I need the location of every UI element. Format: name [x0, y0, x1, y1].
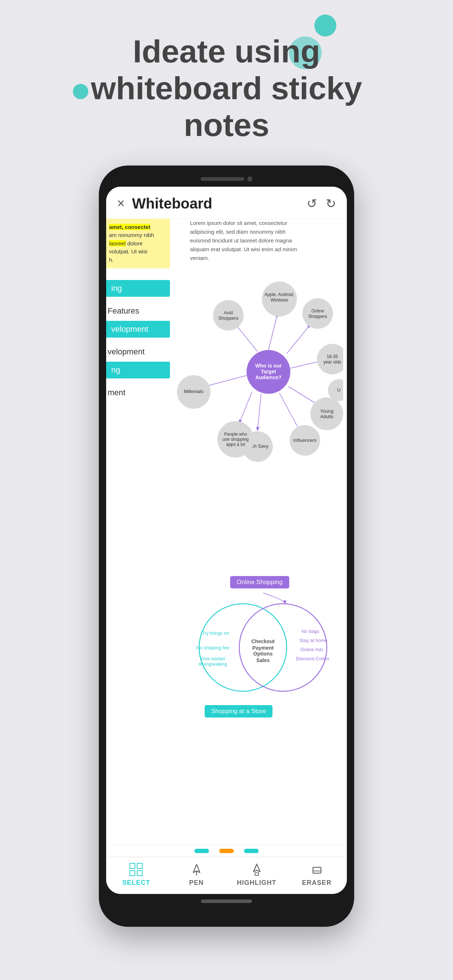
- svg-text:Checkout: Checkout: [251, 638, 274, 644]
- svg-line-29: [239, 392, 252, 423]
- svg-text:Time wasted: Time wasted: [200, 656, 225, 661]
- pen-icon: [190, 863, 204, 877]
- svg-text:driving/walking: driving/walking: [198, 662, 227, 667]
- svg-text:Shoppers: Shoppers: [308, 314, 327, 319]
- sidebar-tag-2: velopment: [106, 321, 170, 337]
- svg-line-23: [279, 393, 300, 430]
- svg-text:Target: Target: [261, 369, 276, 374]
- phone-screen: × Whiteboard ↺ ↻ amet, consectet am nonu…: [106, 187, 347, 894]
- toolbar-eraser[interactable]: ERASER: [287, 863, 347, 887]
- home-indicator: [106, 894, 347, 908]
- sidebar-tag-1: ing: [106, 280, 170, 297]
- swatch-teal2: [244, 849, 258, 853]
- svg-text:Payment: Payment: [252, 645, 274, 651]
- svg-rect-56: [255, 873, 258, 875]
- svg-text:People who: People who: [224, 432, 247, 437]
- svg-point-16: [317, 344, 343, 374]
- svg-line-34: [205, 375, 247, 387]
- svg-line-3: [236, 325, 257, 352]
- phone-camera: [247, 177, 252, 181]
- toolbar-pen[interactable]: PEN: [166, 863, 226, 887]
- svg-text:use shopping: use shopping: [222, 437, 248, 442]
- svg-text:18-35: 18-35: [327, 354, 338, 359]
- venn-label-online: Online Shopping: [230, 576, 289, 589]
- sidebar-label-3: ment: [106, 384, 170, 401]
- svg-text:Options: Options: [254, 651, 273, 657]
- svg-marker-55: [254, 864, 260, 872]
- svg-line-7: [268, 313, 278, 350]
- svg-text:Online: Online: [311, 309, 324, 313]
- svg-line-26: [257, 394, 261, 430]
- app-header: × Whiteboard ↺ ↻: [106, 187, 347, 219]
- mind-map-svg: Who is our Target Audience? Avid Shopper…: [164, 251, 343, 569]
- svg-text:year olds: year olds: [324, 360, 341, 364]
- eraser-label: ERASER: [302, 879, 332, 887]
- canvas-area[interactable]: amet, consectet am nonummy nibh laoreet …: [106, 219, 347, 857]
- highlight-icon: [250, 863, 264, 877]
- svg-text:Adults: Adults: [320, 414, 334, 419]
- color-swatches-bar: [106, 845, 347, 857]
- svg-text:Young: Young: [320, 408, 333, 414]
- app-title: Whiteboard: [132, 196, 307, 212]
- venn-svg: Try things on No shipping fee Time waste…: [187, 593, 340, 702]
- sidebar-tag-3: ng: [106, 362, 170, 379]
- left-sidebar: amet, consectet am nonummy nibh laoreet …: [106, 219, 170, 403]
- svg-text:Who is our: Who is our: [255, 363, 282, 369]
- pen-label: PEN: [189, 879, 204, 887]
- svg-text:No shipping fee: No shipping fee: [196, 645, 229, 651]
- svg-line-11: [287, 325, 310, 354]
- svg-text:Audience?: Audience?: [255, 374, 282, 380]
- header-actions: ↺ ↻: [307, 196, 336, 211]
- svg-text:Online Ads: Online Ads: [301, 647, 324, 652]
- svg-text:No bags: No bags: [301, 628, 319, 634]
- svg-text:apps a lot: apps a lot: [226, 442, 246, 447]
- venn-label-store: Shopping at a Store: [205, 705, 273, 718]
- swatch-teal: [195, 849, 209, 853]
- redo-button[interactable]: ↻: [326, 196, 336, 211]
- highlight-text: amet, consectet: [109, 224, 150, 230]
- sticky-note: amet, consectet am nonummy nibh laoreet …: [106, 219, 170, 269]
- highlight-label: HIGHLIGHT: [237, 879, 276, 887]
- svg-text:Apple, Android,: Apple, Android,: [265, 292, 294, 297]
- phone-notch: [106, 177, 347, 181]
- svg-text:Windows: Windows: [271, 298, 289, 302]
- home-pill: [201, 899, 252, 903]
- hero-title: Ideate using whiteboard sticky notes: [62, 33, 391, 144]
- sidebar-label-2: velopment: [106, 344, 170, 360]
- svg-line-19: [289, 387, 318, 405]
- svg-text:Avid: Avid: [223, 310, 233, 315]
- spacer: [106, 269, 170, 280]
- svg-text:Stay at home: Stay at home: [300, 638, 327, 643]
- svg-text:Try things on: Try things on: [202, 630, 230, 636]
- svg-point-12: [302, 298, 333, 329]
- phone-mockup: × Whiteboard ↺ ↻ amet, consectet am nonu…: [99, 165, 354, 927]
- select-label: SELECT: [122, 879, 150, 887]
- svg-text:Influencers: Influencers: [293, 438, 317, 443]
- svg-text:Millenials: Millenials: [184, 389, 204, 394]
- swatch-orange: [219, 849, 234, 853]
- phone-pill: [201, 177, 244, 181]
- svg-text:Sales: Sales: [257, 657, 270, 663]
- mind-map: Who is our Target Audience? Avid Shopper…: [164, 251, 343, 569]
- toolbar-select[interactable]: SELECT: [106, 863, 166, 887]
- venn-diagram: Online Shopping Try things on No shippin…: [187, 576, 343, 718]
- svg-text:Discount Codes: Discount Codes: [296, 656, 329, 661]
- svg-text:U: U: [337, 387, 340, 393]
- app-toolbar: SELECT PEN HIGHLIGHT: [106, 857, 347, 894]
- svg-text:Shoppers: Shoppers: [218, 315, 239, 321]
- eraser-icon: [310, 863, 324, 877]
- sidebar-label-1: Features: [106, 302, 170, 320]
- toolbar-highlight[interactable]: HIGHLIGHT: [226, 863, 287, 887]
- select-icon: [129, 863, 144, 877]
- undo-button[interactable]: ↺: [307, 196, 317, 211]
- svg-line-15: [290, 361, 321, 368]
- svg-rect-57: [313, 867, 321, 873]
- close-button[interactable]: ×: [117, 196, 125, 211]
